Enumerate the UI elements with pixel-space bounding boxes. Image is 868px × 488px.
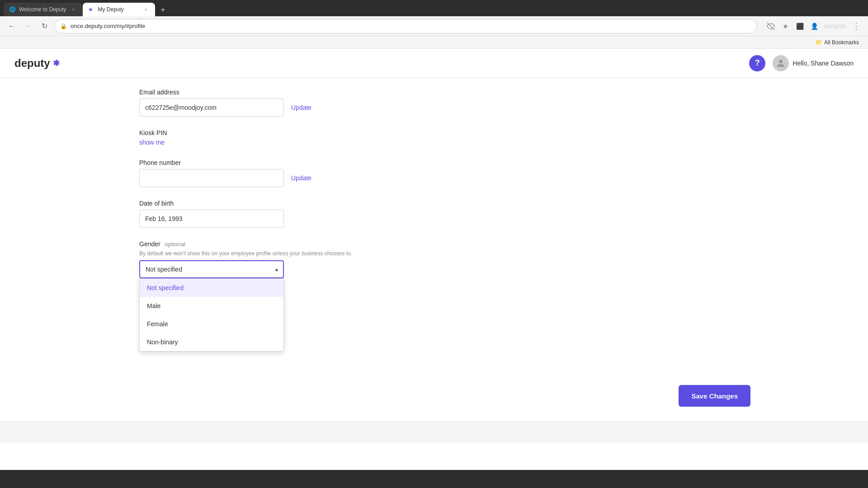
email-group: Email address Update (139, 89, 456, 117)
main-container: Email address Update Kiosk PIN show me P… (118, 78, 750, 421)
logo-star: ✱ (53, 58, 60, 68)
kiosk-pin-group: Kiosk PIN show me (139, 129, 456, 146)
email-row: Update (139, 99, 456, 117)
phone-field[interactable] (139, 169, 284, 187)
gender-hint: By default we won't show this on your em… (139, 250, 456, 257)
gender-dropdown[interactable]: Not specified (139, 260, 284, 278)
dob-field[interactable] (139, 210, 284, 228)
phone-row: Update (139, 169, 456, 187)
page-footer (0, 421, 868, 443)
tab-close-mydeputy[interactable]: × (142, 6, 150, 13)
dob-group: Date of birth (139, 200, 456, 228)
back-button[interactable]: ← (5, 20, 18, 33)
phone-group: Phone number Update (139, 159, 456, 187)
star-icon[interactable]: ★ (779, 20, 792, 33)
email-update-link[interactable]: Update (291, 104, 311, 111)
kiosk-pin-label: Kiosk PIN (139, 129, 456, 136)
save-button-container: Save Changes (679, 385, 750, 407)
save-changes-button[interactable]: Save Changes (679, 385, 750, 407)
gender-option-male[interactable]: Male (140, 297, 283, 315)
user-info[interactable]: Hello, Shane Dawson (773, 55, 854, 71)
gender-option-not-specified[interactable]: Not specified (140, 279, 283, 297)
browser-window: 🌐 Welcome to Deputy × ★ My Deputy × + ← … (0, 0, 868, 488)
url-display: once.deputy.com/my/#profile (71, 23, 751, 29)
app-header: deputy✱ ? Hello, Shane Dawson (0, 49, 868, 78)
menu-icon[interactable]: ⋮ (850, 20, 863, 33)
bookmarks-bar: 📁 All Bookmarks (0, 36, 868, 49)
forward-button[interactable]: → (22, 20, 34, 33)
header-actions: ? Hello, Shane Dawson (749, 55, 854, 71)
extension-icon[interactable]: ⬛ (793, 20, 806, 33)
lock-icon: 🔒 (60, 23, 67, 29)
gender-option-non-binary[interactable]: Non-binary (140, 333, 283, 351)
gender-label: Gender optional (139, 240, 456, 248)
folder-icon: 📁 (816, 39, 822, 46)
user-avatar (773, 55, 789, 71)
tab-title-welcome: Welcome to Deputy (19, 6, 66, 13)
tab-favicon-mydeputy: ★ (88, 6, 94, 13)
gender-selected-value: Not specified (146, 266, 182, 273)
incognito-label: Incognito (822, 23, 848, 29)
tab-bar: 🌐 Welcome to Deputy × ★ My Deputy × + (0, 0, 868, 16)
address-bar[interactable]: 🔒 once.deputy.com/my/#profile (54, 19, 757, 33)
page-content: deputy✱ ? Hello, Shane Dawson (0, 49, 868, 470)
visibility-off-icon[interactable] (764, 20, 777, 33)
form-section: Email address Update Kiosk PIN show me P… (139, 78, 456, 302)
bookmarks-folder-button[interactable]: 📁 All Bookmarks (812, 38, 863, 47)
phone-label: Phone number (139, 159, 456, 166)
bookmarks-label: All Bookmarks (824, 39, 859, 46)
gender-dropdown-menu: Not specified Male Female Non-binary (139, 278, 284, 352)
phone-update-link[interactable]: Update (291, 174, 311, 182)
user-name: Hello, Shane Dawson (793, 60, 854, 67)
tab-welcome[interactable]: 🌐 Welcome to Deputy × (4, 3, 83, 16)
tab-mydeputy[interactable]: ★ My Deputy × (83, 3, 155, 16)
tab-close-welcome[interactable]: × (70, 6, 77, 13)
gender-dropdown-wrapper: Not specified ▲ Not specified Male Fema (139, 260, 284, 278)
toolbar-actions: ★ ⬛ 👤 Incognito ⋮ (764, 20, 863, 33)
tab-title-mydeputy: My Deputy (98, 6, 139, 13)
browser-toolbar: ← → ↻ 🔒 once.deputy.com/my/#profile ★ ⬛ … (0, 16, 868, 36)
new-tab-button[interactable]: + (157, 4, 170, 16)
dob-label: Date of birth (139, 200, 456, 207)
email-field[interactable] (139, 99, 284, 117)
tab-favicon-welcome: 🌐 (9, 6, 15, 13)
gender-optional-label: optional (165, 241, 186, 248)
gender-group: Gender optional By default we won't show… (139, 240, 456, 278)
help-button[interactable]: ? (749, 55, 765, 71)
refresh-button[interactable]: ↻ (38, 20, 51, 33)
profile-icon[interactable]: 👤 (808, 20, 821, 33)
logo-text: deputy (14, 57, 50, 70)
gender-option-female[interactable]: Female (140, 315, 283, 333)
email-label: Email address (139, 89, 456, 96)
kiosk-show-link[interactable]: show me (139, 139, 165, 146)
deputy-logo: deputy✱ (14, 57, 60, 70)
